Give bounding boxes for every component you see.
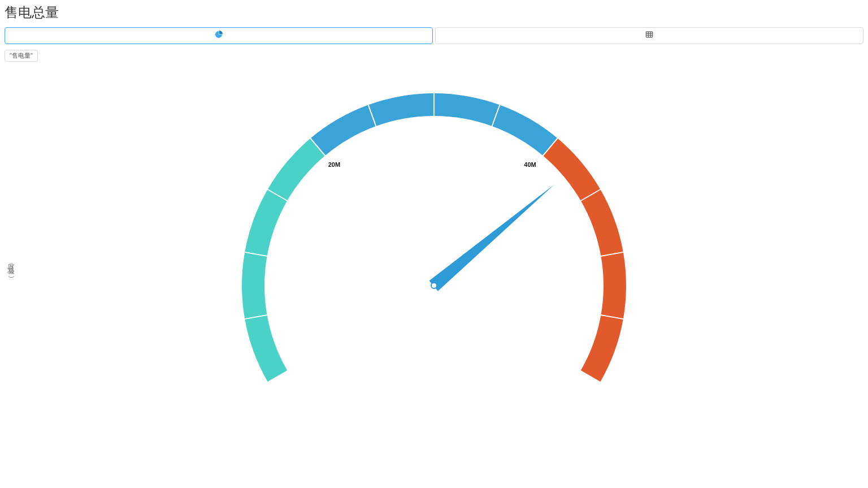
chart-area: 数值(总和) 20M 40M [0,62,868,488]
tab-table[interactable] [435,27,863,44]
pie-chart-icon [215,31,223,41]
legend-chip[interactable]: "售电量" [5,50,38,62]
svg-marker-16 [429,184,554,291]
y-axis-label: 数值(总和) [7,271,15,279]
page-title: 售电总量 [0,0,868,24]
tick-label-20m: 20M [328,161,340,168]
view-tabs [0,27,868,44]
svg-point-17 [431,283,437,288]
svg-rect-0 [646,32,652,37]
tick-label-40m: 40M [524,161,536,168]
table-icon [645,31,653,41]
legend-series-label: "售电量" [10,51,33,60]
tab-chart[interactable] [5,27,433,44]
gauge-chart: 20M 40M [231,62,637,396]
